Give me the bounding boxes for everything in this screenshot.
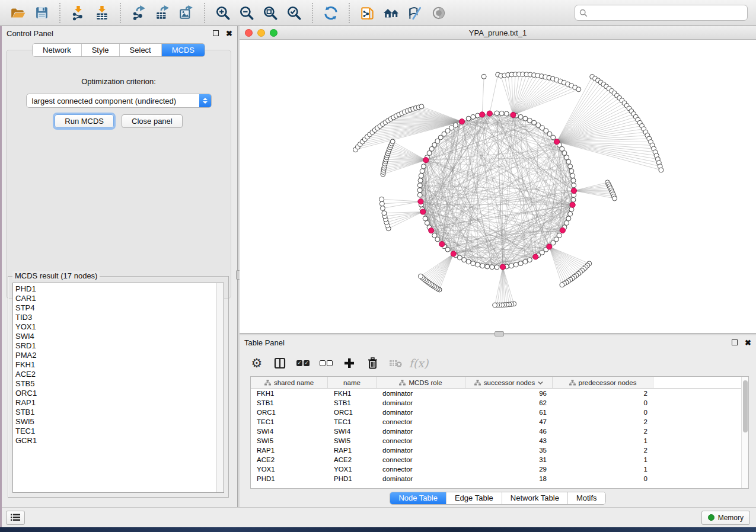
close-panel-button[interactable]: Close panel bbox=[122, 114, 183, 128]
mcds-hub-node[interactable] bbox=[487, 111, 492, 116]
network-node[interactable] bbox=[527, 258, 532, 262]
search-input[interactable] bbox=[588, 8, 743, 18]
cell-shared-name[interactable]: ORC1 bbox=[251, 408, 328, 417]
network-node[interactable] bbox=[421, 164, 426, 169]
select-all-checkboxes-icon[interactable]: ✓✓ bbox=[294, 354, 312, 372]
network-node[interactable] bbox=[466, 116, 471, 121]
cell-successor-nodes[interactable]: 35 bbox=[465, 446, 553, 455]
network-node[interactable] bbox=[476, 262, 480, 267]
tab-motifs[interactable]: Motifs bbox=[568, 492, 605, 504]
result-list-item[interactable]: TEC1 bbox=[15, 427, 216, 436]
export-table-icon[interactable] bbox=[154, 4, 171, 22]
satellite-node[interactable] bbox=[380, 206, 385, 211]
satellite-node[interactable] bbox=[493, 303, 497, 307]
network-node[interactable] bbox=[495, 265, 499, 270]
cell-successor-nodes[interactable]: 29 bbox=[465, 464, 553, 474]
result-list-item[interactable]: RAP1 bbox=[15, 398, 216, 408]
cell-predecessor-nodes[interactable]: 0 bbox=[553, 408, 653, 417]
cell-MCDS-role[interactable]: connector bbox=[377, 455, 465, 464]
mcds-hub-node[interactable] bbox=[500, 264, 505, 270]
network-node[interactable] bbox=[564, 220, 569, 225]
save-session-icon[interactable] bbox=[33, 4, 50, 22]
cell-MCDS-role[interactable]: connector bbox=[377, 464, 465, 474]
column-header-MCDS-role[interactable]: MCDS role bbox=[377, 377, 465, 388]
tab-mcds[interactable]: MCDS bbox=[162, 44, 205, 56]
network-node[interactable] bbox=[480, 264, 485, 268]
float-panel-icon[interactable] bbox=[732, 339, 738, 345]
satellite-node[interactable] bbox=[379, 201, 384, 206]
table-row[interactable]: ACE2ACE2connector311 bbox=[251, 455, 741, 464]
add-column-icon[interactable] bbox=[340, 354, 358, 372]
import-network-icon[interactable] bbox=[69, 4, 87, 22]
tab-edge-table[interactable]: Edge Table bbox=[446, 492, 502, 504]
result-list-item[interactable]: GCR1 bbox=[15, 436, 216, 446]
cell-predecessor-nodes[interactable]: 2 bbox=[553, 427, 653, 436]
network-node[interactable] bbox=[471, 261, 476, 266]
network-node[interactable] bbox=[490, 265, 495, 270]
delete-column-trash-icon[interactable] bbox=[363, 354, 381, 372]
network-node[interactable] bbox=[518, 261, 523, 266]
network-node[interactable] bbox=[566, 216, 571, 221]
tab-node-table[interactable]: Node Table bbox=[390, 492, 446, 504]
cell-predecessor-nodes[interactable]: 1 bbox=[553, 455, 653, 464]
network-node[interactable] bbox=[564, 155, 569, 160]
result-list-item[interactable]: PMA2 bbox=[15, 351, 216, 360]
column-header-successor-nodes[interactable]: successor nodes bbox=[465, 377, 553, 388]
cell-predecessor-nodes[interactable]: 2 bbox=[553, 417, 653, 427]
result-list-item[interactable]: SWI5 bbox=[15, 417, 216, 427]
cell-MCDS-role[interactable]: dominator bbox=[377, 446, 465, 455]
network-node[interactable] bbox=[504, 111, 509, 116]
tab-network[interactable]: Network bbox=[33, 44, 82, 56]
mcds-hub-node[interactable] bbox=[418, 199, 423, 204]
mcds-hub-node[interactable] bbox=[420, 209, 426, 214]
network-node[interactable] bbox=[562, 150, 567, 155]
column-header-predecessor-nodes[interactable]: predecessor nodes bbox=[553, 377, 653, 388]
column-selector-icon[interactable] bbox=[271, 354, 289, 372]
network-node[interactable] bbox=[462, 258, 467, 262]
cell-predecessor-nodes[interactable]: 2 bbox=[553, 389, 653, 398]
cell-predecessor-nodes[interactable]: 2 bbox=[553, 446, 653, 455]
cell-successor-nodes[interactable]: 61 bbox=[465, 408, 553, 417]
table-row[interactable]: PHD1PHD1dominator180 bbox=[251, 474, 741, 483]
network-node[interactable] bbox=[499, 111, 504, 116]
tab-style[interactable]: Style bbox=[82, 44, 120, 56]
network-node[interactable] bbox=[453, 123, 458, 127]
satellite-node[interactable] bbox=[481, 74, 486, 79]
result-list-item[interactable]: CAR1 bbox=[15, 294, 216, 303]
satellite-node[interactable] bbox=[659, 168, 664, 172]
mcds-hub-node[interactable] bbox=[480, 112, 485, 117]
mcds-hub-node[interactable] bbox=[459, 119, 464, 124]
satellite-node[interactable] bbox=[560, 283, 564, 287]
cell-MCDS-role[interactable]: connector bbox=[377, 417, 465, 427]
mcds-hub-node[interactable] bbox=[439, 242, 445, 247]
network-node[interactable] bbox=[571, 197, 576, 202]
float-panel-icon[interactable] bbox=[213, 30, 219, 36]
cell-successor-nodes[interactable]: 47 bbox=[465, 417, 553, 427]
mcds-hub-node[interactable] bbox=[554, 139, 559, 145]
cell-MCDS-role[interactable]: dominator bbox=[377, 408, 465, 417]
cell-MCDS-role[interactable]: dominator bbox=[377, 389, 465, 398]
optimization-criterion-dropdown[interactable]: largest connected component (undirected) bbox=[26, 94, 212, 108]
cell-MCDS-role[interactable]: dominator bbox=[377, 427, 465, 436]
table-settings-gear-icon[interactable]: ⚙ bbox=[248, 354, 266, 372]
network-node[interactable] bbox=[419, 174, 423, 178]
network-node[interactable] bbox=[509, 264, 513, 268]
network-node[interactable] bbox=[568, 164, 573, 169]
mcds-result-scrollbar[interactable] bbox=[216, 283, 224, 492]
run-mcds-button[interactable]: Run MCDS bbox=[55, 114, 114, 128]
tab-network-table[interactable]: Network Table bbox=[502, 492, 568, 504]
network-node[interactable] bbox=[417, 188, 422, 193]
table-row[interactable]: SWI5SWI5connector431 bbox=[251, 436, 741, 446]
export-network-icon[interactable] bbox=[130, 4, 148, 22]
network-node[interactable] bbox=[523, 259, 528, 264]
cell-predecessor-nodes[interactable]: 0 bbox=[553, 398, 653, 408]
network-node[interactable] bbox=[495, 111, 499, 116]
satellite-node[interactable] bbox=[382, 211, 387, 216]
network-node[interactable] bbox=[518, 114, 523, 119]
network-node[interactable] bbox=[417, 193, 422, 197]
result-list-item[interactable]: ORC1 bbox=[15, 389, 216, 398]
table-row[interactable]: ORC1ORC1dominator610 bbox=[251, 408, 741, 417]
cell-shared-name[interactable]: ACE2 bbox=[251, 455, 328, 464]
cell-shared-name[interactable]: YOX1 bbox=[251, 464, 328, 474]
open-file-icon[interactable] bbox=[9, 4, 27, 22]
